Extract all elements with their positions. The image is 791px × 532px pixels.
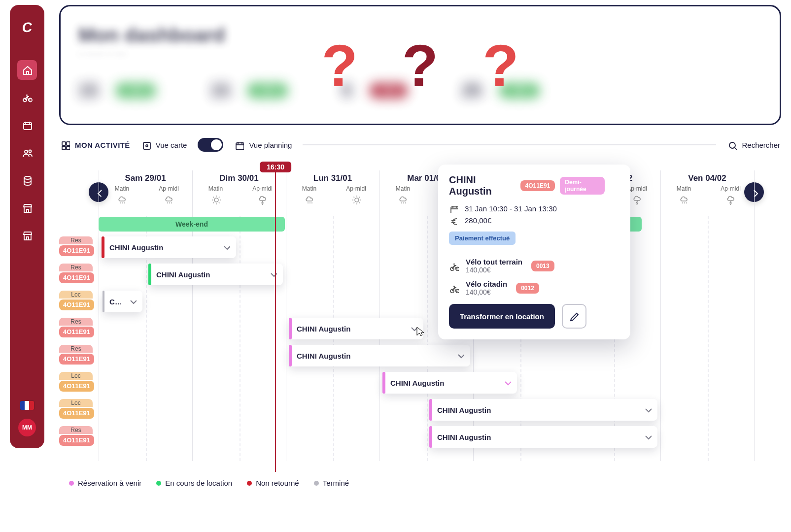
popover-title: CHINI Augustin [449, 174, 516, 197]
popover-close-button[interactable] [610, 180, 619, 192]
row-label: Loc4O11E91 [59, 291, 93, 310]
row-label: Res4O11E91 [59, 318, 93, 337]
legend: Réservation à venirEn cours de locationN… [69, 479, 781, 487]
bike-icon [449, 283, 459, 293]
calendar-icon [234, 140, 244, 150]
sidebar: C MM [10, 5, 44, 448]
reservation-card[interactable]: CHINI Augustin [289, 318, 423, 339]
dashboard-subtitle: -- -------- -- ----- [78, 49, 762, 58]
map-icon [141, 140, 151, 150]
transform-to-rental-button[interactable]: Transformer en location [449, 304, 555, 329]
cursor-pointer-graphic [414, 326, 424, 336]
row-label: Res4O11E91 [59, 264, 93, 283]
row-label: Loc4O11E91 [59, 372, 93, 392]
row-label: Res4O11E91 [59, 236, 93, 256]
view-map-toggle[interactable]: Vue carte [141, 140, 187, 150]
bike-icon [449, 261, 459, 271]
nav-calendar[interactable] [17, 115, 37, 135]
reservation-card[interactable]: CHINI Augustin [102, 236, 236, 258]
current-time-marker: 16:30 [260, 162, 291, 472]
merchants-icon [22, 230, 33, 241]
calendar-icon [22, 120, 33, 131]
day-header: Lun 31/01MatinAp-midi [286, 170, 379, 206]
reservation-card[interactable]: CHI.. [103, 291, 142, 312]
view-switch[interactable] [198, 138, 223, 152]
popover-item: Vélo citadin140,00€0012 [449, 280, 619, 296]
main-content: Mon dashboard -- -------- -- ----- 15+25… [59, 5, 781, 532]
chevron-down-icon [502, 377, 511, 386]
search-icon [727, 140, 737, 150]
reservation-card[interactable]: CHINI Augustin [429, 399, 657, 421]
item-code-badge: 0013 [531, 261, 554, 271]
legend-item: Terminé [314, 479, 349, 487]
weekend-bar: Week-end [99, 217, 285, 232]
nav-bike[interactable] [17, 88, 37, 107]
home-icon [22, 65, 33, 75]
row-label: Loc4O11E91 [59, 399, 93, 419]
popover-item: Vélo tout terrain140,00€0013 [449, 258, 619, 274]
view-planning-toggle[interactable]: Vue planning [234, 140, 292, 150]
dashboard-title: Mon dashboard [78, 24, 762, 46]
activity-label: MON ACTIVITÉ [60, 140, 130, 150]
nav-merchants[interactable] [17, 226, 37, 245]
reservation-card[interactable]: CHINI Augustin [289, 345, 470, 366]
activity-toolbar: MON ACTIVITÉ Vue carte Vue planning Rech… [59, 135, 781, 155]
legend-item: En cours de location [156, 479, 232, 487]
dashboard-card: Mon dashboard -- -------- -- ----- 15+25… [59, 5, 781, 125]
popover-total-line: 280,00€ [449, 216, 619, 225]
nav-users[interactable] [17, 143, 37, 163]
reservation-popover: CHINI Augustin 4O11E91 Demi-journée 31 J… [438, 165, 630, 339]
reservation-card[interactable]: CHINI Augustin [429, 426, 657, 448]
row-label: Res4O11E91 [59, 426, 93, 446]
chevron-down-icon [128, 296, 137, 305]
bike-icon [22, 92, 33, 103]
edit-button[interactable] [562, 304, 586, 329]
user-avatar[interactable]: MM [18, 419, 36, 436]
item-code-badge: 0012 [516, 283, 539, 294]
shop-icon [22, 202, 33, 213]
reservation-card[interactable]: CHINI Augustin [382, 372, 517, 394]
legend-item: Non retourné [247, 479, 299, 487]
chevron-down-icon [221, 242, 230, 251]
chevron-down-icon [643, 404, 652, 413]
calendar-icon [449, 204, 458, 213]
popover-duration-badge: Demi-journée [560, 177, 605, 195]
brand-logo: C [21, 20, 34, 35]
day-header: Sam 29/01MatinAp-midi [99, 170, 192, 206]
row-label: Res4O11E91 [59, 345, 93, 365]
language-flag[interactable] [20, 401, 34, 410]
search-button[interactable]: Rechercher [727, 140, 780, 150]
euro-icon [449, 216, 458, 225]
chevron-down-icon [455, 350, 464, 359]
chevron-down-icon [643, 432, 652, 440]
users-icon [22, 147, 33, 158]
day-header: Ven 04/02MatinAp-midi [660, 170, 754, 206]
pen-icon [569, 311, 580, 322]
database-icon [22, 175, 33, 186]
nav-home[interactable] [17, 60, 37, 80]
legend-item: Réservation à venir [69, 479, 141, 487]
planning-view: Sam 29/01MatinAp-midiDim 30/01MatinAp-mi… [59, 162, 781, 473]
nav-shop[interactable] [17, 198, 37, 218]
payment-status-badge: Paiement effectué [449, 232, 516, 245]
grid-icon [60, 140, 70, 150]
close-icon [610, 180, 619, 190]
popover-date-line: 31 Jan 10:30 - 31 Jan 13:30 [449, 204, 619, 213]
popover-code-badge: 4O11E91 [520, 180, 555, 191]
nav-database[interactable] [17, 170, 37, 190]
